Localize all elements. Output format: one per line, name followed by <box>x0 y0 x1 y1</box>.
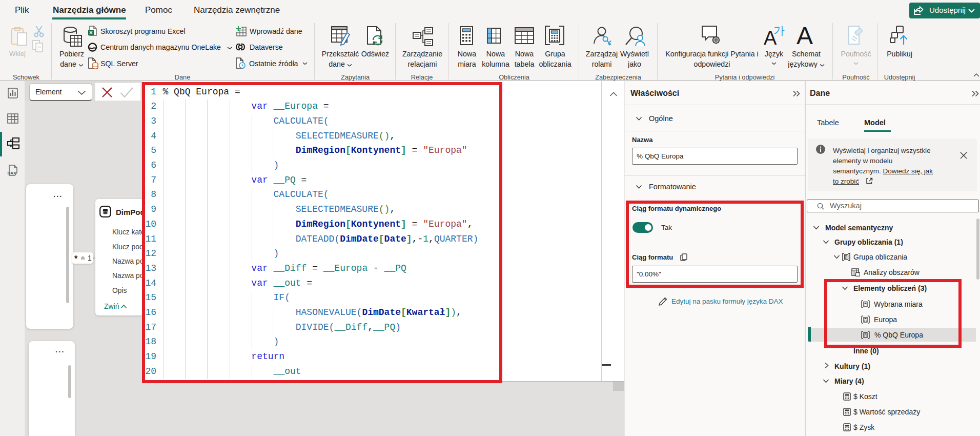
svg-text:DAX: DAX <box>8 171 17 175</box>
